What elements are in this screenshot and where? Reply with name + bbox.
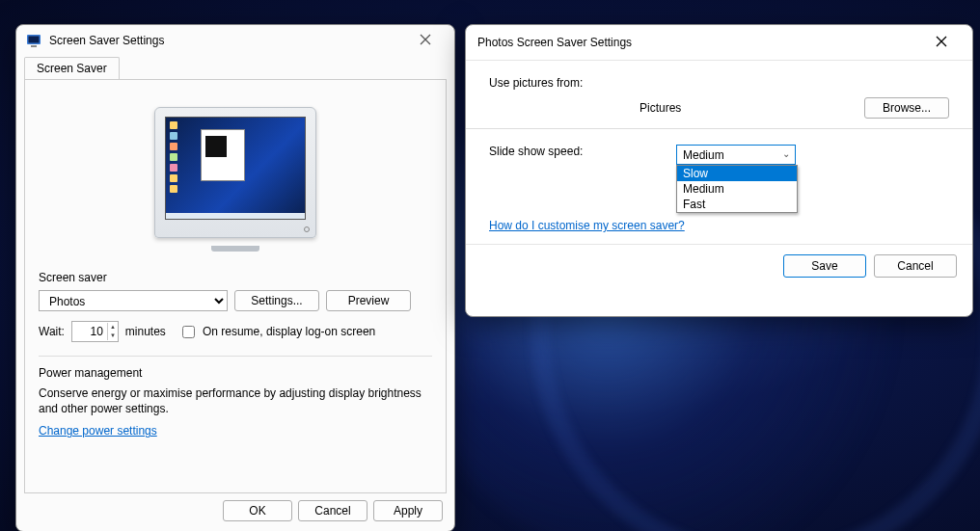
screensaver-select[interactable]: Photos <box>39 290 228 311</box>
save-button[interactable]: Save <box>783 254 866 278</box>
chevron-up-icon[interactable]: ▲ <box>108 323 118 332</box>
slide-speed-label: Slide show speed: <box>489 145 676 158</box>
power-description: Conserve energy or maximise performance … <box>39 385 432 416</box>
option-fast[interactable]: Fast <box>677 197 797 212</box>
photos-screensaver-settings-dialog: Photos Screen Saver Settings Use picture… <box>465 24 973 317</box>
minutes-label: minutes <box>125 325 166 338</box>
resume-label: On resume, display log-on screen <box>203 325 375 338</box>
svg-rect-1 <box>29 37 40 43</box>
screensaver-section-label: Screen saver <box>39 271 432 284</box>
option-slow[interactable]: Slow <box>677 166 797 181</box>
tab-panel: Screen saver Photos Settings... Preview … <box>24 79 447 493</box>
cancel-button[interactable]: Cancel <box>298 500 368 521</box>
titlebar[interactable]: Photos Screen Saver Settings <box>466 25 972 61</box>
wait-label: Wait: <box>39 325 65 338</box>
settings-button[interactable]: Settings... <box>234 290 319 311</box>
screen-saver-settings-dialog: Screen Saver Settings Screen Saver Scree… <box>15 24 455 531</box>
monitor-preview <box>154 107 316 252</box>
option-medium[interactable]: Medium <box>677 181 797 197</box>
slide-speed-dropdown: Slow Medium Fast <box>676 165 798 213</box>
ok-button[interactable]: OK <box>223 500 292 521</box>
divider <box>39 356 432 357</box>
change-power-settings-link[interactable]: Change power settings <box>39 424 157 438</box>
chevron-down-icon[interactable]: ▼ <box>108 332 118 340</box>
power-section-label: Power management <box>39 366 432 380</box>
dialog-title: Photos Screen Saver Settings <box>477 36 922 49</box>
close-button[interactable] <box>922 35 961 50</box>
slide-speed-select[interactable]: Medium ⌄ Slow Medium Fast <box>676 145 796 165</box>
cancel-button[interactable]: Cancel <box>874 254 957 278</box>
wait-input[interactable] <box>72 323 107 340</box>
close-button[interactable] <box>406 33 445 48</box>
close-icon <box>936 36 947 47</box>
titlebar[interactable]: Screen Saver Settings <box>16 25 454 56</box>
browse-button[interactable]: Browse... <box>864 97 949 119</box>
pictures-value: Pictures <box>624 101 681 115</box>
resume-checkbox[interactable] <box>182 326 195 338</box>
use-pictures-from-label: Use pictures from: <box>489 76 624 90</box>
preview-button[interactable]: Preview <box>326 290 411 311</box>
dialog-title: Screen Saver Settings <box>49 34 406 47</box>
screensaver-icon <box>26 33 41 48</box>
slide-speed-selected: Medium <box>683 148 724 162</box>
wait-spinner[interactable]: ▲▼ <box>71 321 119 342</box>
divider <box>466 128 972 129</box>
chevron-down-icon: ⌄ <box>782 148 790 159</box>
apply-button[interactable]: Apply <box>373 500 443 521</box>
svg-rect-2 <box>31 45 37 47</box>
customise-help-link[interactable]: How do I customise my screen saver? <box>489 219 685 232</box>
close-icon <box>420 34 431 45</box>
tab-screen-saver[interactable]: Screen Saver <box>24 57 120 80</box>
